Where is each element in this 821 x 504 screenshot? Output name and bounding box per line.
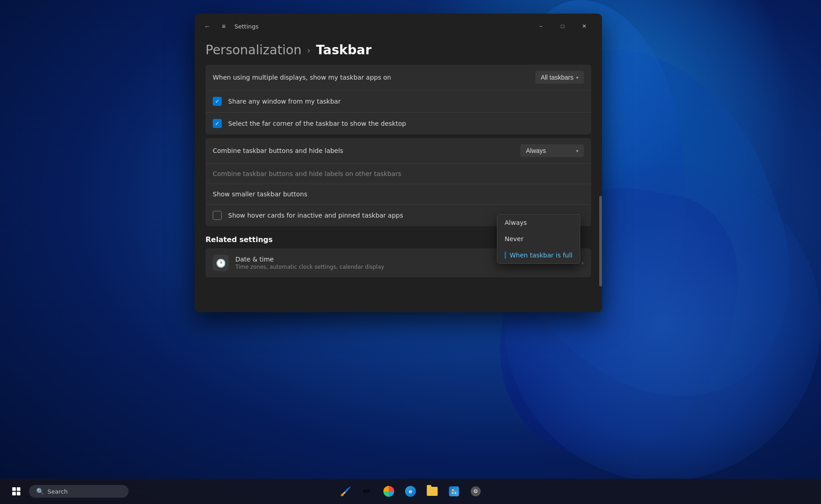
start-icon-q4: [17, 492, 20, 495]
window-controls: − □ ✕: [530, 19, 595, 33]
taskbar: 🔍 Search 🖌️ ✏️ e 🏪 ⚙: [0, 479, 821, 504]
multiple-displays-setting: When using multiple displays, show my ta…: [205, 65, 591, 90]
scrollbar-track: [599, 105, 602, 312]
combine-other-setting: Combine taskbar buttons and hide labels …: [205, 164, 591, 184]
taskbar-app-pencil[interactable]: ✏️: [357, 481, 377, 501]
scrollbar-thumb[interactable]: [599, 196, 602, 286]
taskbar-left: 🔍 Search: [7, 482, 129, 500]
share-window-checkbox[interactable]: ✓: [213, 97, 222, 106]
clock-icon: 🕐: [216, 258, 226, 268]
dropdown-option-always[interactable]: Always: [497, 214, 580, 231]
taskbar-app-brush[interactable]: 🖌️: [335, 481, 355, 501]
maximize-button[interactable]: □: [552, 19, 573, 33]
selected-indicator: [505, 252, 506, 259]
minimize-button[interactable]: −: [530, 19, 551, 33]
date-time-desc: Time zones, automatic clock settings, ca…: [235, 264, 581, 270]
start-icon: [12, 487, 20, 495]
dropdown-option-when-full[interactable]: When taskbar is full: [497, 247, 580, 263]
far-corner-label: Select the far corner of the taskbar to …: [228, 120, 584, 127]
dropdown-never-label: Never: [505, 235, 524, 242]
multiple-displays-dropdown[interactable]: All taskbars ▾: [535, 71, 584, 84]
taskbar-app-store[interactable]: 🏪: [444, 481, 464, 501]
share-window-setting: ✓ Share any window from my taskbar: [205, 90, 591, 113]
combine-value: Always: [526, 147, 546, 154]
multiple-displays-label: When using multiple displays, show my ta…: [213, 74, 535, 81]
start-icon-q2: [17, 487, 20, 491]
store-icon: 🏪: [449, 486, 459, 496]
breadcrumb-separator: ›: [307, 45, 310, 56]
checkmark-icon-2: ✓: [215, 120, 220, 127]
title-bar-left: ← ≡ Settings: [202, 21, 530, 32]
taskbar-app-explorer[interactable]: [422, 481, 442, 501]
brush-app-icon: 🖌️: [340, 486, 351, 497]
hover-cards-checkbox[interactable]: [213, 211, 222, 220]
search-label: Search: [48, 488, 68, 495]
close-button[interactable]: ✕: [574, 19, 595, 33]
search-bar[interactable]: 🔍 Search: [29, 485, 129, 498]
m365-icon: [383, 486, 394, 497]
back-button[interactable]: ←: [202, 21, 213, 32]
combine-dropdown[interactable]: Always ▾: [520, 144, 584, 157]
search-icon: 🔍: [36, 488, 44, 495]
start-icon-q3: [12, 492, 16, 495]
title-bar: ← ≡ Settings − □ ✕: [195, 14, 602, 39]
far-corner-setting: ✓ Select the far corner of the taskbar t…: [205, 113, 591, 134]
folder-icon: [427, 487, 438, 496]
taskbar-app-settings[interactable]: ⚙: [466, 481, 486, 501]
dropdown-when-full-label: When taskbar is full: [510, 252, 573, 259]
dropdown-option-never[interactable]: Never: [497, 231, 580, 247]
combine-dropdown-menu: Always Never When taskbar is full: [497, 214, 580, 264]
multiple-displays-value: All taskbars: [541, 74, 573, 81]
start-icon-q1: [12, 487, 16, 491]
combine-setting: Combine taskbar buttons and hide labels …: [205, 138, 591, 164]
settings-window: ← ≡ Settings − □ ✕ Personalization › Tas…: [195, 14, 602, 312]
dropdown-arrow-icon: ▾: [576, 75, 578, 80]
combine-other-label: Combine taskbar buttons and hide labels …: [213, 170, 584, 177]
dropdown-always-label: Always: [505, 219, 527, 226]
smaller-buttons-setting: Show smaller taskbar buttons: [205, 184, 591, 204]
taskbar-apps: 🖌️ ✏️ e 🏪 ⚙: [335, 481, 486, 501]
menu-button[interactable]: ≡: [218, 21, 229, 32]
edge-icon: e: [405, 486, 416, 497]
page-header: Personalization › Taskbar: [195, 39, 602, 65]
breadcrumb-current: Taskbar: [316, 43, 371, 57]
date-time-icon-wrap: 🕐: [213, 255, 229, 271]
settings-content: When using multiple displays, show my ta…: [195, 65, 602, 312]
far-corner-checkbox[interactable]: ✓: [213, 119, 222, 128]
checkmark-icon: ✓: [215, 98, 220, 105]
start-button[interactable]: [7, 482, 25, 500]
window-title: Settings: [234, 23, 258, 30]
combine-dropdown-arrow-icon: ▾: [576, 148, 578, 153]
share-window-label: Share any window from my taskbar: [228, 98, 584, 105]
taskbar-app-edge[interactable]: e: [401, 481, 420, 501]
smaller-buttons-label: Show smaller taskbar buttons: [213, 190, 584, 198]
breadcrumb: Personalization › Taskbar: [205, 43, 591, 57]
taskbar-app-m365[interactable]: [379, 481, 399, 501]
chevron-right-icon: ›: [581, 259, 584, 266]
breadcrumb-parent[interactable]: Personalization: [205, 43, 301, 57]
pencil-app-icon: ✏️: [363, 486, 371, 497]
settings-icon: ⚙: [471, 486, 481, 496]
combine-label: Combine taskbar buttons and hide labels: [213, 147, 520, 154]
